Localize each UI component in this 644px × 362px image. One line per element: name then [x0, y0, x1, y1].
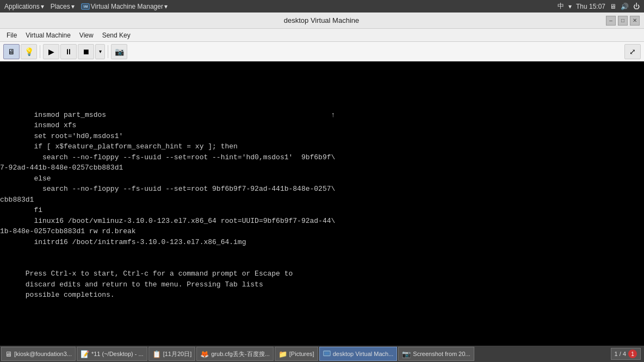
display-icon: 🖥: [610, 3, 616, 10]
taskbar-label-pictures: [Pictures]: [289, 351, 314, 357]
play-button[interactable]: ▶: [43, 44, 59, 59]
input-method-indicator[interactable]: 中: [558, 2, 564, 11]
input-method-arrow: ▾: [568, 3, 572, 10]
stop-button[interactable]: ⏹: [78, 44, 94, 59]
screen-button[interactable]: 🖥: [3, 44, 20, 59]
taskbar: 🖥 [kiosk@foundation3... 📝 *11 (~/Desktop…: [0, 346, 644, 362]
taskbar-label-editor: *11 (~/Desktop) - ...: [91, 351, 144, 357]
notification-badge: 1: [628, 349, 637, 358]
system-bar: Applications ▾ Places ▾ VM Virtual Machi…: [0, 0, 644, 13]
page-indicator: 1 / 4 1: [611, 348, 641, 360]
menu-send-key[interactable]: Send Key: [98, 30, 135, 40]
fullscreen-button[interactable]: ⤢: [624, 44, 641, 59]
applications-arrow: ▾: [41, 3, 44, 10]
stop-icon: ⏹: [82, 47, 90, 56]
places-arrow: ▾: [71, 3, 75, 10]
vm-manager-menu[interactable]: VM Virtual Machine Manager ▾: [81, 2, 168, 11]
pause-button[interactable]: ⏸: [60, 44, 77, 59]
menu-virtual-machine[interactable]: Virtual Machine: [21, 30, 75, 40]
taskbar-label-calendar: [11月20日]: [163, 350, 192, 358]
browser-taskbar-icon: 🦊: [200, 350, 209, 358]
screenshot-icon: 📷: [115, 47, 124, 56]
toolbar: 🖥 💡 ▶ ⏸ ⏹ ▾ 📷 ⤢: [0, 42, 644, 61]
window-titlebar: desktop Virtual Machine – □ ✕: [0, 13, 644, 29]
vm-logo-icon: VM: [81, 2, 90, 11]
close-button[interactable]: ✕: [630, 16, 640, 26]
vm-manager-arrow: ▾: [164, 3, 168, 10]
taskbar-item-vm[interactable]: desktop Virtual Mach...: [319, 347, 398, 361]
screen-icon: 🖥: [8, 47, 15, 56]
terminal-content: insmod part_msdos ↑ insmod xfs set root=…: [0, 61, 644, 346]
vm-taskbar-icon: [323, 350, 331, 358]
vm-manager-label: Virtual Machine Manager: [91, 3, 163, 10]
taskbar-item-pictures[interactable]: 📁 [Pictures]: [275, 347, 318, 361]
light-button[interactable]: 💡: [21, 44, 37, 59]
page-number: 1 / 4: [615, 351, 626, 357]
volume-icon: 🔊: [621, 3, 629, 10]
toolbar-separator-2: [108, 45, 108, 58]
taskbar-right: 1 / 4 1: [611, 348, 643, 360]
applications-menu[interactable]: Applications ▾: [4, 3, 44, 10]
light-icon: 💡: [24, 47, 34, 56]
play-icon: ▶: [48, 47, 54, 56]
vm-window: desktop Virtual Machine – □ ✕ File Virtu…: [0, 13, 644, 346]
dropdown-icon: ▾: [99, 48, 102, 54]
taskbar-label-terminal: [kiosk@foundation3...: [14, 351, 72, 357]
applications-label: Applications: [4, 3, 40, 10]
places-label: Places: [51, 3, 70, 10]
taskbar-item-terminal[interactable]: 🖥 [kiosk@foundation3...: [1, 347, 76, 361]
maximize-button[interactable]: □: [618, 16, 628, 26]
pause-icon: ⏸: [65, 47, 72, 56]
taskbar-item-editor[interactable]: 📝 *11 (~/Desktop) - ...: [77, 347, 147, 361]
power-icon: ⏻: [633, 3, 640, 10]
menu-view[interactable]: View: [75, 30, 98, 40]
taskbar-item-screenshot[interactable]: 📷 Screenshot from 20...: [398, 347, 474, 361]
taskbar-item-calendar[interactable]: 📋 [11月20日]: [148, 347, 196, 361]
svg-rect-4: [324, 352, 329, 355]
window-title: desktop Virtual Machine: [37, 16, 606, 24]
fullscreen-icon: ⤢: [629, 47, 636, 56]
screenshot-taskbar-icon: 📷: [402, 350, 411, 358]
taskbar-item-browser[interactable]: 🦊 grub.cfg丢失-百度搜...: [196, 347, 274, 361]
screenshot-button[interactable]: 📷: [111, 44, 127, 59]
vm-screen[interactable]: insmod part_msdos ↑ insmod xfs set root=…: [0, 61, 644, 346]
run-dropdown-button[interactable]: ▾: [95, 44, 105, 59]
places-menu[interactable]: Places ▾: [51, 3, 75, 10]
window-controls: – □ ✕: [606, 16, 640, 26]
terminal-taskbar-icon: 🖥: [5, 350, 12, 358]
menu-file[interactable]: File: [2, 30, 21, 40]
toolbar-separator-1: [40, 45, 40, 58]
pictures-taskbar-icon: 📁: [278, 350, 287, 358]
taskbar-label-browser: grub.cfg丢失-百度搜...: [211, 350, 270, 358]
system-bar-left: Applications ▾ Places ▾ VM Virtual Machi…: [4, 2, 168, 11]
calendar-taskbar-icon: 📋: [152, 350, 161, 358]
taskbar-label-vm: desktop Virtual Mach...: [333, 351, 394, 357]
system-bar-right: 中 ▾ Thu 15:07 🖥 🔊 ⏻: [558, 2, 640, 11]
menu-bar: File Virtual Machine View Send Key: [0, 29, 644, 42]
taskbar-label-screenshot: Screenshot from 20...: [413, 351, 470, 357]
clock: Thu 15:07: [576, 3, 605, 10]
svg-text:VM: VM: [84, 5, 88, 8]
minimize-button[interactable]: –: [606, 16, 616, 26]
editor-taskbar-icon: 📝: [81, 350, 89, 358]
